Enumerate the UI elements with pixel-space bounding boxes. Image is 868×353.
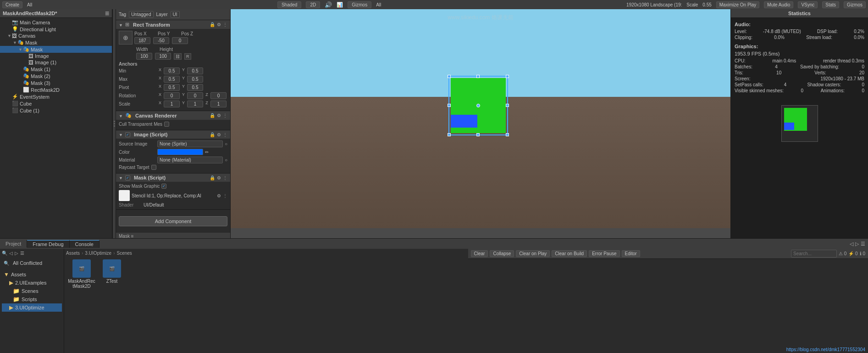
mask-dots-icon[interactable]: ⋮: [223, 175, 227, 180]
rect-dots-icon[interactable]: ⋮: [223, 22, 227, 27]
posy-val[interactable]: -50: [153, 37, 169, 44]
maximize-button[interactable]: Maximize On Play: [716, 1, 760, 8]
create-button[interactable]: Create: [2, 1, 22, 8]
bottom-collapse-icon[interactable]: ◁: [850, 241, 853, 247]
file-item-maskandrect[interactable]: 🎬 MaskAndRectMask2D: [66, 258, 97, 291]
max-y-val[interactable]: 0.5: [187, 76, 203, 83]
color-edit-icon[interactable]: ✏: [205, 150, 209, 155]
hier-item-8[interactable]: 🎭 Mask (2): [0, 73, 112, 79]
pivot-handle[interactable]: [476, 104, 480, 107]
breadcrumb-assets[interactable]: Assets: [66, 251, 80, 256]
breadcrumb-scenes[interactable]: Scenes: [117, 251, 132, 256]
hier-item-3[interactable]: ▼ 🎭 Mask: [0, 39, 112, 46]
image-enabled-checkbox[interactable]: ✓: [125, 132, 130, 137]
breadcrumb-uioptimize[interactable]: 3.UIOptimize: [85, 251, 111, 256]
hier-item-4[interactable]: ▼ 🎭 Mask: [0, 46, 112, 53]
framedebug-tab[interactable]: Frame Debug: [27, 240, 69, 248]
project-item-uioptimize[interactable]: ▶ 3.UIOptimize: [2, 303, 62, 312]
mute-button[interactable]: Mute Audio: [764, 1, 793, 8]
project-item-scripts[interactable]: 📁 Scripts: [2, 295, 62, 303]
bottom-expand-icon[interactable]: ▷: [855, 241, 859, 247]
mask-enabled-checkbox[interactable]: ✓: [125, 175, 130, 180]
project-menu-icon[interactable]: ☰: [20, 251, 24, 256]
shaded-dropdown[interactable]: Shaded: [277, 1, 301, 8]
hier-item-13[interactable]: ⬛ Cube (1): [0, 107, 112, 114]
hier-item-11[interactable]: ⚡ EventSystem: [0, 93, 112, 100]
2d-button[interactable]: 2D: [306, 1, 320, 8]
hier-item-10[interactable]: ⬜ RectMask2D: [0, 86, 112, 93]
color-swatch[interactable]: [157, 149, 203, 155]
file-item-ztest[interactable]: 🎬 ZTest: [101, 258, 123, 291]
rot-y-val[interactable]: 0: [187, 92, 203, 99]
canvas-lock-icon[interactable]: 🔒: [210, 113, 215, 118]
hierarchy-resize-handle[interactable]: [112, 9, 116, 238]
hier-item-6[interactable]: 🖼 Image (1): [0, 59, 112, 66]
project-item-uiexamples[interactable]: ▶ 2.UIExamples: [2, 279, 62, 287]
stencil-dots-icon[interactable]: ⋮: [223, 193, 227, 198]
handle-tm[interactable]: [476, 75, 480, 78]
error-pause-button[interactable]: Error Pause: [589, 250, 619, 257]
bottom-menu-icon[interactable]: ☰: [861, 241, 865, 247]
material-select-icon[interactable]: ○: [225, 157, 227, 162]
posz-val[interactable]: 0: [172, 37, 188, 44]
mask-lock-icon[interactable]: 🔒: [210, 175, 215, 180]
canvas-gear-icon[interactable]: ⚙: [217, 113, 221, 118]
pivot-x-val[interactable]: 0.5: [164, 84, 180, 91]
hier-item-1[interactable]: 💡 Directional Light: [0, 26, 112, 33]
handle-tr[interactable]: [506, 75, 509, 78]
rot-z-val[interactable]: 0: [210, 92, 227, 99]
add-component-button[interactable]: Add Component: [119, 216, 227, 226]
raycast-checkbox[interactable]: [151, 165, 156, 170]
scale-y-val[interactable]: 1: [187, 101, 203, 107]
handle-ml[interactable]: [448, 104, 451, 107]
mask-gear-icon[interactable]: ⚙: [217, 175, 221, 180]
shader-val[interactable]: UI/Default: [144, 202, 164, 207]
material-val[interactable]: None (Material): [157, 157, 223, 163]
handle-bl[interactable]: [448, 133, 451, 136]
stencil-gear-icon[interactable]: ⚙: [217, 193, 221, 198]
layer-dropdown[interactable]: UI: [171, 11, 180, 18]
handle-bm[interactable]: [476, 133, 480, 136]
hier-item-0[interactable]: 📷 Main Camera: [0, 19, 112, 26]
min-y-val[interactable]: 0.5: [187, 67, 203, 74]
clear-on-play-button[interactable]: Clear on Play: [516, 250, 550, 257]
collapse-button[interactable]: Collapse: [490, 250, 514, 257]
hier-item-7[interactable]: 🎭 Mask (1): [0, 66, 112, 73]
anchor-preset-icon[interactable]: ⊕: [119, 31, 133, 45]
hier-item-5[interactable]: 🖼 Image: [0, 53, 112, 59]
clear-button[interactable]: Clear: [471, 250, 488, 257]
editor-button[interactable]: Editor: [622, 250, 640, 257]
rect-transform-header[interactable]: ▼ ⊞ Rect Transform 🔒 ⚙ ⋮: [116, 20, 230, 29]
rect-menu-icon[interactable]: ⚙: [217, 22, 221, 27]
hier-item-12[interactable]: ⬛ Cube: [0, 100, 112, 107]
posx-val[interactable]: 187: [134, 37, 150, 44]
gizmos-button[interactable]: Gizmos: [348, 1, 371, 8]
canvas-renderer-header[interactable]: ▼ 🎭 Canvas Renderer 🔒 ⚙ ⋮: [116, 111, 230, 120]
rect-lock-icon[interactable]: 🔒: [210, 22, 215, 27]
stats-button[interactable]: Stats: [822, 1, 839, 8]
scale-z-val[interactable]: 1: [210, 101, 227, 107]
image-script-header[interactable]: ▼ ✓ Image (Script) 🔒 ⚙ ⋮: [116, 130, 230, 139]
pivot-y-val[interactable]: 0.5: [187, 84, 203, 91]
min-x-val[interactable]: 0.5: [164, 67, 180, 74]
tag-dropdown[interactable]: Untagged: [129, 11, 153, 18]
vsync-button[interactable]: VSync: [798, 1, 818, 8]
handle-tl[interactable]: [448, 75, 451, 78]
source-image-select-icon[interactable]: ○: [225, 141, 227, 146]
project-item-scenes[interactable]: 📁 Scenes: [2, 287, 62, 295]
source-image-val[interactable]: None (Sprite): [157, 140, 223, 147]
constrain-button[interactable]: ⛓: [174, 53, 182, 60]
handle-mr[interactable]: [506, 104, 509, 107]
image-lock-icon[interactable]: 🔒: [210, 132, 215, 137]
cull-checkbox[interactable]: [164, 122, 169, 127]
nav-back-icon[interactable]: ◁: [9, 251, 13, 256]
blueprint-button[interactable]: R: [184, 53, 191, 60]
console-search-input[interactable]: [791, 250, 837, 258]
image-dots-icon[interactable]: ⋮: [223, 132, 227, 137]
project-tab[interactable]: Project: [0, 240, 27, 247]
console-tab[interactable]: Console: [70, 240, 100, 248]
max-x-val[interactable]: 0.5: [164, 76, 180, 83]
project-item-assets[interactable]: ▼ Assets: [2, 270, 62, 279]
image-gear-icon[interactable]: ⚙: [217, 132, 221, 137]
scale-x-val[interactable]: 1: [164, 101, 180, 107]
